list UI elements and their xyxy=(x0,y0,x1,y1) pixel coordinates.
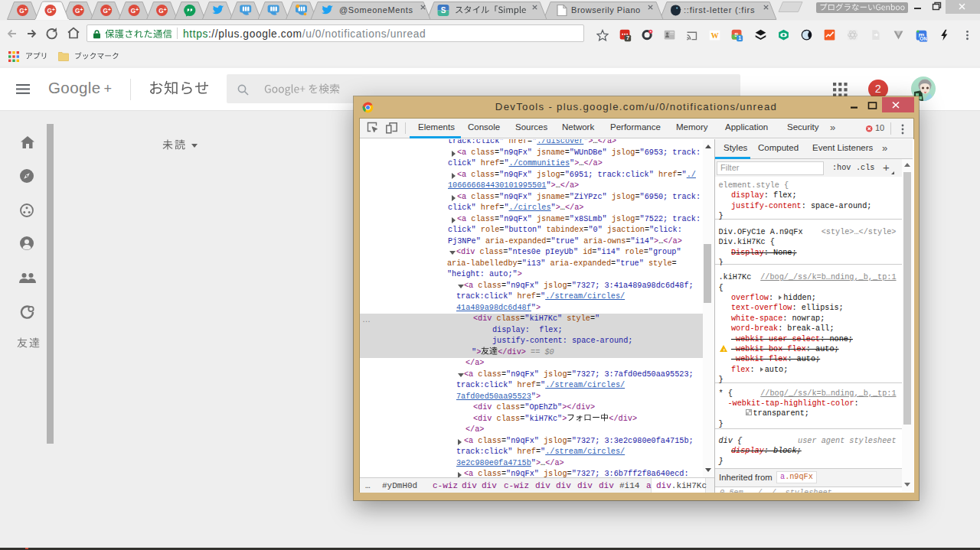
svg-text:+: + xyxy=(164,7,167,12)
svg-text:G: G xyxy=(75,8,80,15)
svg-text:G: G xyxy=(103,8,107,15)
svg-text:+: + xyxy=(136,7,139,12)
svg-text:G: G xyxy=(158,8,163,15)
svg-text:S: S xyxy=(441,6,446,15)
svg-text:G: G xyxy=(131,8,136,15)
svg-text:+: + xyxy=(80,7,83,12)
svg-text:+: + xyxy=(52,7,55,12)
svg-text:+: + xyxy=(108,7,111,12)
svg-text:1: 1 xyxy=(738,35,741,41)
svg-text:W: W xyxy=(710,31,719,39)
svg-text:+: + xyxy=(24,7,28,12)
svg-text:ON: ON xyxy=(920,36,927,41)
svg-text:G: G xyxy=(47,8,52,15)
svg-text:7: 7 xyxy=(626,34,629,41)
svg-text:G: G xyxy=(19,8,24,15)
